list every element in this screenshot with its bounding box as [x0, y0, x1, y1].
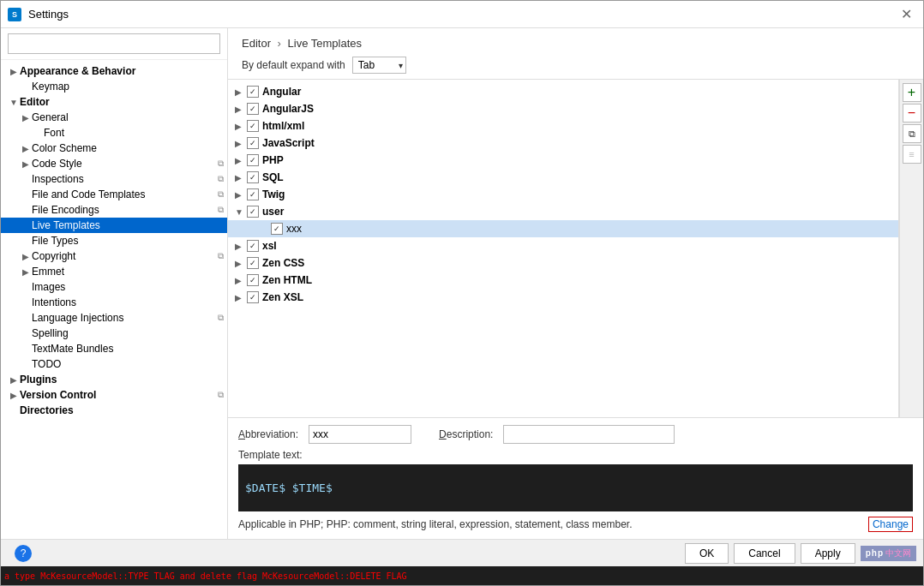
template-name-zen-css: Zen CSS	[262, 257, 304, 269]
sidebar-item-copyright[interactable]: ▶ Copyright ⧉	[1, 248, 227, 264]
description-label: Description:	[439, 428, 493, 440]
arrow-icon: ▶	[235, 293, 247, 302]
sidebar-item-editor[interactable]: ▼ Editor	[1, 94, 227, 110]
sidebar-item-images[interactable]: Images	[1, 279, 227, 295]
template-text-area[interactable]: $DATE$ $TIME$	[238, 464, 913, 511]
sidebar-label-keymap: Keymap	[32, 81, 224, 93]
sidebar-label-spelling: Spelling	[32, 327, 224, 339]
sidebar-item-file-encodings[interactable]: File Encodings ⧉	[1, 202, 227, 218]
add-button[interactable]: +	[903, 83, 921, 102]
template-item-angular[interactable]: ▶ Angular	[228, 83, 898, 100]
sidebar-label-appearance: Appearance & Behavior	[20, 65, 224, 77]
checkbox-html-xml[interactable]	[247, 120, 259, 132]
checkbox-zen-html[interactable]	[247, 274, 259, 286]
sidebar-label-code-style: Code Style	[32, 158, 218, 170]
remove-button[interactable]: −	[903, 104, 921, 123]
checkbox-xxx[interactable]	[271, 223, 283, 235]
arrow-icon: ▶	[235, 259, 247, 268]
checkbox-user[interactable]	[247, 206, 259, 218]
copy-icon: ⧉	[218, 205, 224, 215]
checkbox-javascript[interactable]	[247, 137, 259, 149]
sidebar-item-spelling[interactable]: Spelling	[1, 326, 227, 341]
sidebar-item-textmate-bundles[interactable]: TextMate Bundles	[1, 341, 227, 356]
arrow-icon: ▶	[235, 122, 247, 131]
checkbox-sql[interactable]	[247, 171, 259, 183]
copy-icon: ⧉	[218, 189, 224, 200]
sidebar-label-copyright: Copyright	[32, 250, 218, 262]
apply-button[interactable]: Apply	[801, 543, 855, 564]
template-item-xxx[interactable]: xxx	[228, 220, 898, 237]
template-item-javascript[interactable]: ▶ JavaScript	[228, 135, 898, 152]
sidebar-item-inspections[interactable]: Inspections ⧉	[1, 171, 227, 187]
sidebar-item-font[interactable]: Font	[1, 125, 227, 141]
sidebar-item-todo[interactable]: TODO	[1, 356, 227, 372]
close-button[interactable]: ✕	[896, 4, 916, 25]
sidebar-item-color-scheme[interactable]: ▶ Color Scheme	[1, 141, 227, 156]
menu-button[interactable]: ≡	[903, 145, 921, 164]
help-button[interactable]: ?	[15, 545, 32, 562]
arrow-icon: ▶	[235, 87, 247, 97]
search-input[interactable]	[8, 33, 220, 54]
sidebar-label-emmet: Emmet	[32, 266, 224, 278]
sidebar-item-directories[interactable]: Directories	[1, 403, 227, 418]
sidebar-label-directories: Directories	[20, 404, 224, 416]
cancel-button[interactable]: Cancel	[734, 543, 795, 564]
arrow-icon	[20, 235, 32, 247]
template-name-javascript: JavaScript	[262, 137, 315, 149]
arrow-icon	[20, 188, 32, 200]
sidebar-item-plugins[interactable]: ▶ Plugins	[1, 372, 227, 387]
sidebar-item-file-types[interactable]: File Types	[1, 233, 227, 248]
arrow-icon	[32, 127, 44, 139]
php-badge-text: php	[866, 548, 884, 558]
sidebar-item-intentions[interactable]: Intentions	[1, 295, 227, 310]
sidebar-label-file-code-templates: File and Code Templates	[32, 188, 218, 200]
main-body: ▶ Angular ▶ AngularJS ▶ html/xml	[228, 80, 923, 417]
abbreviation-input[interactable]	[309, 425, 411, 444]
expand-label: By default expand with	[242, 59, 345, 71]
arrow-icon: ▶	[20, 142, 32, 154]
sidebar-item-language-injections[interactable]: Language Injections ⧉	[1, 310, 227, 326]
checkbox-zen-xsl[interactable]	[247, 291, 259, 303]
checkbox-angular[interactable]	[247, 86, 259, 98]
template-item-sql[interactable]: ▶ SQL	[228, 169, 898, 186]
description-input[interactable]	[503, 425, 675, 444]
template-item-angularjs[interactable]: ▶ AngularJS	[228, 100, 898, 117]
help-section: ?	[8, 545, 32, 562]
abbreviation-label: Abbreviation:	[238, 428, 298, 440]
checkbox-php[interactable]	[247, 154, 259, 166]
template-item-php[interactable]: ▶ PHP	[228, 152, 898, 169]
checkbox-zen-css[interactable]	[247, 257, 259, 269]
arrow-icon	[20, 327, 32, 339]
checkbox-angularjs[interactable]	[247, 103, 259, 115]
sidebar-item-emmet[interactable]: ▶ Emmet	[1, 264, 227, 279]
template-item-zen-html[interactable]: ▶ Zen HTML	[228, 272, 898, 289]
sidebar-item-general[interactable]: ▶ General	[1, 110, 227, 125]
template-name-php: PHP	[262, 154, 284, 166]
expand-dropdown[interactable]: Tab Enter Space	[352, 57, 406, 74]
template-item-zen-xsl[interactable]: ▶ Zen XSL	[228, 289, 898, 306]
sidebar-item-keymap[interactable]: Keymap	[1, 79, 227, 94]
sidebar-item-live-templates[interactable]: Live Templates	[1, 218, 227, 233]
sidebar-item-code-style[interactable]: ▶ Code Style ⧉	[1, 156, 227, 171]
template-item-zen-css[interactable]: ▶ Zen CSS	[228, 254, 898, 272]
checkbox-twig[interactable]	[247, 188, 259, 200]
copy-button[interactable]: ⧉	[903, 124, 921, 143]
arrow-icon	[20, 343, 32, 355]
checkbox-xsl[interactable]	[247, 240, 259, 252]
arrow-icon: ▶	[20, 111, 32, 123]
template-list: ▶ Angular ▶ AngularJS ▶ html/xml	[228, 80, 899, 417]
sidebar-item-appearance[interactable]: ▶ Appearance & Behavior	[1, 63, 227, 79]
arrow-icon	[20, 173, 32, 185]
template-item-html-xml[interactable]: ▶ html/xml	[228, 117, 898, 135]
template-item-xsl[interactable]: ▶ xsl	[228, 237, 898, 254]
sidebar-tree: ▶ Appearance & Behavior Keymap ▼ Editor …	[1, 60, 227, 539]
ok-button[interactable]: OK	[685, 543, 729, 564]
sidebar-item-file-code-templates[interactable]: File and Code Templates ⧉	[1, 187, 227, 202]
titlebar: S Settings ✕	[1, 1, 923, 28]
change-link[interactable]: Change	[868, 517, 913, 532]
template-item-user[interactable]: ▼ user	[228, 203, 898, 220]
bottom-form: Abbreviation: Description: Template text…	[228, 417, 923, 539]
right-toolbar: + − ⧉ ≡	[899, 80, 923, 417]
template-item-twig[interactable]: ▶ Twig	[228, 186, 898, 203]
sidebar-item-version-control[interactable]: ▶ Version Control ⧉	[1, 387, 227, 403]
